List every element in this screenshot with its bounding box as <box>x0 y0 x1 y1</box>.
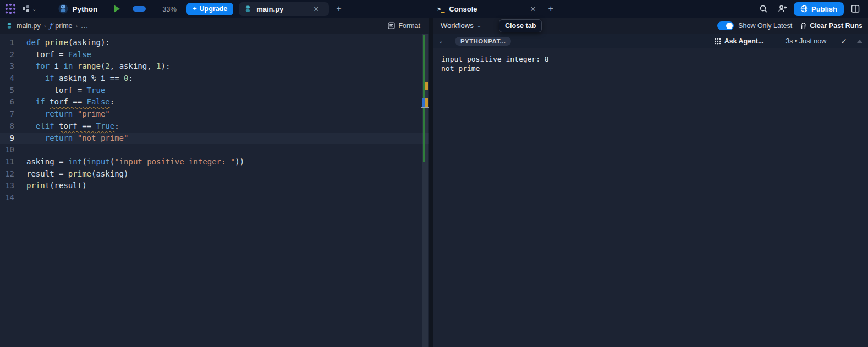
code-token <box>73 109 77 118</box>
new-tab-button[interactable]: + <box>545 4 556 14</box>
line-number: 2 <box>0 49 14 61</box>
code-line[interactable]: 14 <box>0 192 429 204</box>
usage-pill-icon[interactable] <box>133 6 146 12</box>
code-line[interactable]: 9 return "not prime" <box>0 133 429 145</box>
code-line[interactable]: 5 torf = True <box>0 85 429 97</box>
line-number: 6 <box>0 96 14 108</box>
code-token: False <box>87 97 110 106</box>
clear-past-runs-button[interactable]: Clear Past Runs <box>800 22 862 30</box>
code-token <box>26 122 36 130</box>
code-token: i <box>50 62 63 70</box>
code-text: torf = False <box>14 49 91 61</box>
code-line[interactable]: 11asking = int(input("input positive int… <box>0 156 429 168</box>
breadcrumb-bar: main.py › ƒ prime › ... Format <box>0 18 429 34</box>
code-token: : <box>110 97 114 106</box>
layout-panel-icon[interactable] <box>848 2 862 15</box>
console-toolbar: Workflows ⌄ Close tab Show Only Latest C… <box>433 18 868 34</box>
repl-name-chip[interactable]: Python <box>54 3 102 15</box>
publish-button[interactable]: Publish <box>794 2 844 16</box>
code-token: (result) <box>50 181 86 190</box>
code-line[interactable]: 8 elif torf == True: <box>0 120 429 133</box>
format-icon <box>388 22 395 29</box>
code-line[interactable]: 1def prime(asking): <box>0 37 429 49</box>
publish-label: Publish <box>811 5 837 13</box>
collapse-run-icon[interactable]: ⌄ <box>438 38 449 44</box>
tab-label: Console <box>449 5 477 13</box>
editor-overview-ruler[interactable] <box>421 34 429 347</box>
code-token: torf = <box>26 86 87 95</box>
repl-name: Python <box>72 5 97 13</box>
code-line[interactable]: 7 return "prime" <box>0 108 429 120</box>
code-token: True <box>96 122 114 130</box>
breadcrumb-file[interactable]: main.py <box>17 22 41 30</box>
code-text: return "not prime" <box>14 133 128 145</box>
toggle-switch-on[interactable] <box>717 21 734 30</box>
ask-agent-button[interactable]: Ask Agent... <box>715 37 764 45</box>
code-token: elif <box>36 122 54 130</box>
code-token: ): <box>161 62 171 70</box>
code-token: return <box>45 134 73 142</box>
code-text: if torf == False: <box>14 96 114 108</box>
code-token: , asking, <box>110 62 156 70</box>
code-line[interactable]: 12result = prime(asking) <box>0 168 429 180</box>
code-token: result = <box>26 169 68 178</box>
code-text: print(result) <box>14 180 87 192</box>
globe-icon <box>800 5 808 13</box>
workspace-switcher[interactable]: ⌄ <box>22 4 36 13</box>
code-text: asking = int(input("input positive integ… <box>14 156 244 168</box>
invite-user-icon[interactable] <box>775 2 789 15</box>
tab-console[interactable]: >_ Console ✕ <box>432 2 541 16</box>
code-line[interactable]: 6 if torf == False: <box>0 96 429 108</box>
usage-percent: 33% <box>162 5 177 13</box>
code-editor[interactable]: 1def prime(asking):2 torf = False3 for i… <box>0 34 429 347</box>
code-lines: 1def prime(asking):2 torf = False3 for i… <box>0 37 429 204</box>
replit-agent-icon <box>715 38 721 45</box>
workflows-dropdown[interactable]: Workflows ⌄ <box>441 21 481 30</box>
breadcrumb[interactable]: main.py › ƒ prime › ... <box>6 21 89 30</box>
python-file-icon <box>244 5 252 13</box>
search-icon[interactable] <box>756 2 771 15</box>
code-line[interactable]: 4 if asking % i == 0: <box>0 73 429 85</box>
tab-label: main.py <box>256 5 283 13</box>
code-line[interactable]: 3 for i in range(2, asking, 1): <box>0 60 429 73</box>
run-button[interactable] <box>109 2 124 15</box>
format-button[interactable]: Format <box>384 20 424 31</box>
code-token <box>45 97 50 106</box>
console-output[interactable]: input positive integer: 8not prime <box>433 48 868 347</box>
replit-workspace: ⌄ Python 33% + Upgrade <box>0 0 868 347</box>
close-tab-icon[interactable]: ✕ <box>530 5 536 13</box>
trash-icon <box>800 22 807 30</box>
line-number: 10 <box>0 144 14 156</box>
code-token <box>26 134 45 142</box>
code-token: "not prime" <box>78 134 129 142</box>
line-number: 14 <box>0 192 14 204</box>
code-line[interactable]: 13print(result) <box>0 180 429 192</box>
console-output-line: input positive integer: 8 <box>441 54 868 64</box>
warning-marker <box>425 98 428 107</box>
run-entry-row[interactable]: ⌄ PYTHONPAT... Ask Agent... 3s • Just no… <box>433 34 868 48</box>
editor-pane: main.py › ƒ prime › ... Format 1d <box>0 18 429 347</box>
breadcrumb-symbol[interactable]: prime <box>55 22 72 30</box>
close-tab-icon[interactable]: ✕ <box>313 5 319 13</box>
console-scrollbar-up-icon[interactable] <box>857 40 862 43</box>
code-line[interactable]: 2 torf = False <box>0 49 429 61</box>
code-token: ( <box>82 157 86 166</box>
breadcrumb-more[interactable]: ... <box>81 22 88 30</box>
code-token: )) <box>235 157 244 166</box>
code-token <box>26 109 45 118</box>
new-tab-button[interactable]: + <box>333 4 344 14</box>
code-token <box>26 62 36 70</box>
breadcrumb-separator: › <box>76 23 78 29</box>
upgrade-button[interactable]: + Upgrade <box>186 3 233 15</box>
tab-main-py[interactable]: main.py ✕ <box>239 2 329 16</box>
workspace-grid-icon <box>22 4 31 13</box>
upgrade-label: Upgrade <box>199 5 227 13</box>
run-name-badge[interactable]: PYTHONPAT... <box>455 37 511 46</box>
code-token: torf == <box>59 122 96 130</box>
code-line[interactable]: 10 <box>0 144 429 156</box>
viewport-position-marker <box>421 107 429 108</box>
pane-resize-divider[interactable] <box>429 18 433 347</box>
replit-logo-icon[interactable] <box>3 2 18 15</box>
show-only-latest-toggle[interactable]: Show Only Latest <box>717 21 792 30</box>
code-token: for <box>36 62 50 70</box>
